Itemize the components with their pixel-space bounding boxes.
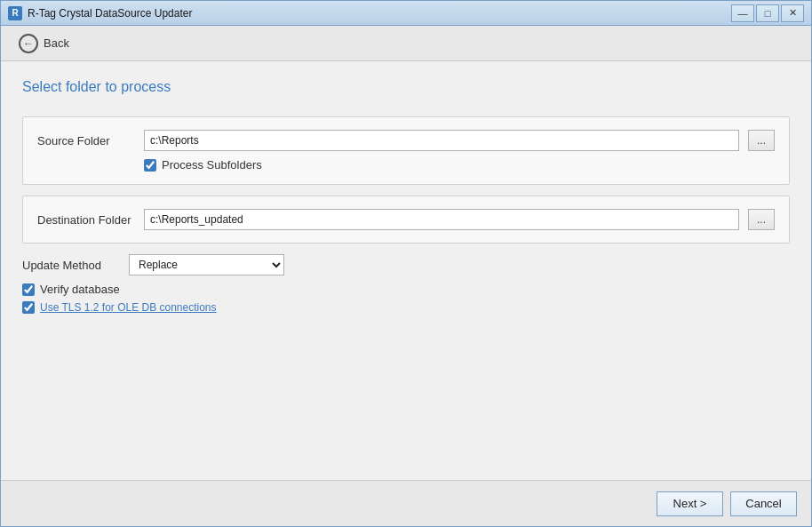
- destination-folder-section: Destination Folder ...: [22, 196, 790, 244]
- back-circle-icon: ←: [19, 34, 38, 53]
- tls-row: Use TLS 1.2 for OLE DB connections: [22, 301, 790, 314]
- main-content: Select folder to process Source Folder .…: [1, 61, 811, 480]
- destination-folder-label: Destination Folder: [37, 213, 135, 227]
- process-subfolders-checkbox[interactable]: [144, 159, 156, 172]
- verify-database-checkbox[interactable]: [22, 283, 35, 296]
- tls-checkbox[interactable]: [22, 301, 35, 314]
- page-title: Select folder to process: [22, 79, 790, 95]
- tls-label[interactable]: Use TLS 1.2 for OLE DB connections: [40, 301, 217, 314]
- destination-folder-input[interactable]: [144, 209, 739, 230]
- toolbar: ← Back: [1, 26, 811, 61]
- source-browse-button[interactable]: ...: [748, 130, 775, 151]
- app-icon: R: [8, 6, 22, 20]
- title-bar: R R-Tag Crystal DataSource Updater — □ ✕: [1, 1, 811, 26]
- destination-folder-row: Destination Folder ...: [37, 209, 775, 230]
- update-method-select[interactable]: Replace Merge Append: [129, 254, 284, 275]
- source-folder-input[interactable]: [144, 130, 739, 151]
- app-window: R R-Tag Crystal DataSource Updater — □ ✕…: [0, 0, 812, 527]
- minimize-button[interactable]: —: [731, 4, 754, 22]
- maximize-button[interactable]: □: [756, 4, 779, 22]
- back-button[interactable]: ← Back: [12, 30, 76, 57]
- process-subfolders-label[interactable]: Process Subfolders: [162, 158, 262, 172]
- destination-browse-button[interactable]: ...: [748, 209, 775, 230]
- verify-db-row: Verify database: [22, 283, 790, 296]
- back-label: Back: [44, 36, 69, 50]
- source-folder-row: Source Folder ...: [37, 130, 775, 151]
- source-folder-label: Source Folder: [37, 134, 135, 148]
- cancel-button[interactable]: Cancel: [730, 491, 797, 516]
- update-method-row: Update Method Replace Merge Append: [22, 254, 790, 275]
- process-subfolders-row: Process Subfolders: [144, 158, 775, 172]
- window-title: R-Tag Crystal DataSource Updater: [28, 7, 731, 20]
- next-button[interactable]: Next >: [657, 491, 723, 516]
- title-bar-buttons: — □ ✕: [731, 4, 804, 22]
- close-button[interactable]: ✕: [781, 4, 804, 22]
- source-folder-section: Source Folder ... Process Subfolders: [22, 116, 790, 185]
- bottom-bar: Next > Cancel: [1, 480, 811, 526]
- update-method-label: Update Method: [22, 259, 120, 272]
- verify-database-label[interactable]: Verify database: [40, 283, 120, 296]
